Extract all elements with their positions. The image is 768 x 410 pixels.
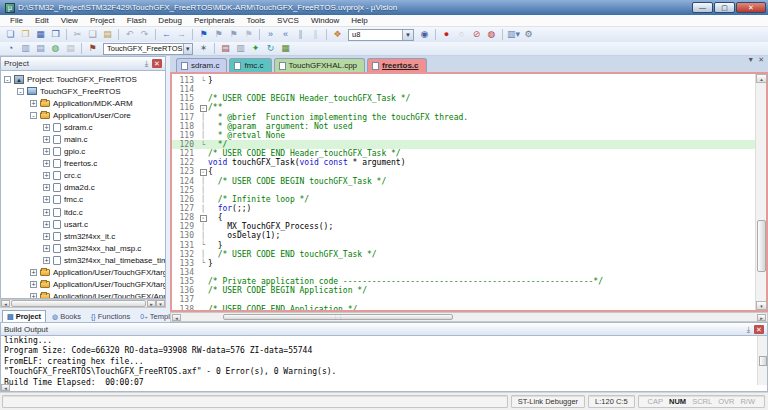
- doc-tab-freertos-c[interactable]: freertos.c: [367, 58, 426, 72]
- uncomment-icon[interactable]: ∥: [308, 28, 323, 41]
- code-line[interactable]: 126│ /* Infinite loop */: [172, 195, 766, 204]
- indent-icon[interactable]: »: [263, 28, 278, 41]
- code-line[interactable]: 131└ }: [172, 241, 766, 250]
- target-select-combo[interactable]: TouchGFX_FreeRTOS▼: [103, 43, 193, 55]
- maximize-button[interactable]: ▢: [714, 2, 735, 13]
- menu-svcs[interactable]: SVCS: [271, 15, 305, 26]
- code-line[interactable]: 114: [172, 85, 766, 94]
- tree-item[interactable]: -▲Project: TouchGFX_FreeRTOS: [1, 73, 165, 85]
- fold-collapse-icon[interactable]: -: [200, 215, 207, 222]
- expand-icon[interactable]: +: [43, 184, 50, 191]
- chevron-down-icon[interactable]: ▼: [183, 44, 192, 54]
- scroll-left-icon[interactable]: ◂: [1, 300, 10, 307]
- code-line[interactable]: 121/* USER CODE END Header_touchGFX_Task…: [172, 149, 766, 158]
- code-line[interactable]: 113└}: [172, 76, 766, 85]
- tree-item[interactable]: +freertos.c: [1, 158, 165, 170]
- logic-analyzer-icon[interactable]: ▤: [33, 42, 48, 55]
- menu-project[interactable]: Project: [84, 15, 121, 26]
- build-target-icon[interactable]: ▥: [233, 42, 248, 55]
- tree-item[interactable]: +stm32f4xx_it.c: [1, 230, 165, 242]
- tree-item[interactable]: +crc.c: [1, 170, 165, 182]
- code-line[interactable]: 133└}: [172, 259, 766, 268]
- chevron-down-icon[interactable]: ▼: [402, 30, 413, 40]
- redo-icon[interactable]: ↷: [137, 28, 152, 41]
- expand-icon[interactable]: +: [43, 124, 50, 131]
- code-line[interactable]: 120└ */: [172, 140, 766, 149]
- bookmark-prev-icon[interactable]: ⚑: [211, 28, 226, 41]
- scroll-thumb[interactable]: [759, 356, 767, 367]
- bookmark-next-icon[interactable]: ⚑: [226, 28, 241, 41]
- scroll-thumb[interactable]: ⋮⋮: [223, 314, 453, 320]
- menu-file[interactable]: File: [4, 15, 29, 26]
- find-in-files-icon[interactable]: ◉: [417, 28, 432, 41]
- help-tool-icon[interactable]: ⚙: [521, 28, 536, 41]
- code-line[interactable]: 135/* Private application code ---------…: [172, 277, 766, 286]
- tree-item[interactable]: -TouchGFX_FreeRTOS: [1, 85, 165, 97]
- tree-item[interactable]: -Application/User/Core: [1, 109, 165, 121]
- expand-icon[interactable]: +: [43, 245, 50, 252]
- comment-icon[interactable]: ∥: [293, 28, 308, 41]
- batch-build-icon[interactable]: ↻: [263, 42, 278, 55]
- code-editor[interactable]: 113└}114115/* USER CODE BEGIN Header_tou…: [170, 72, 768, 312]
- code-line[interactable]: 134: [172, 268, 766, 277]
- debug-session-icon[interactable]: ◔: [3, 42, 18, 55]
- open-file-icon[interactable]: ❐: [18, 28, 33, 41]
- doc-list-icon[interactable]: ▼: [747, 56, 754, 64]
- code-line[interactable]: 124│ /* USER CODE BEGIN touchGFX_Task */: [172, 177, 766, 186]
- expand-icon[interactable]: +: [30, 269, 37, 276]
- paste-icon[interactable]: ▤: [100, 28, 115, 41]
- expand-icon[interactable]: +: [43, 136, 50, 143]
- collapse-icon[interactable]: -: [30, 112, 37, 119]
- scroll-menu-icon[interactable]: ▾: [156, 300, 165, 307]
- menu-edit[interactable]: Edit: [29, 15, 55, 26]
- menu-tools[interactable]: Tools: [240, 15, 271, 26]
- tree-item[interactable]: +usart.c: [1, 218, 165, 230]
- expand-icon[interactable]: +: [43, 160, 50, 167]
- menu-help[interactable]: Help: [345, 15, 373, 26]
- save-all-icon[interactable]: ❒: [48, 28, 63, 41]
- menu-window[interactable]: Window: [305, 15, 345, 26]
- expand-icon[interactable]: +: [30, 100, 37, 107]
- scroll-left-icon[interactable]: ◂: [172, 314, 181, 321]
- code-line[interactable]: 128- {: [172, 213, 766, 222]
- doc-tab-touchgfxhal-cpp[interactable]: TouchGFXHAL.cpp: [274, 58, 365, 72]
- expand-icon[interactable]: +: [43, 221, 50, 228]
- search-combo[interactable]: u8▼: [348, 29, 414, 41]
- panel-tab-project[interactable]: ▤Project: [2, 310, 46, 322]
- scroll-thumb[interactable]: [757, 220, 766, 272]
- expand-icon[interactable]: +: [43, 257, 50, 264]
- code-line[interactable]: 123-{: [172, 167, 766, 176]
- menu-view[interactable]: View: [55, 15, 84, 26]
- breakpoint-insert-icon[interactable]: ●: [439, 28, 454, 41]
- close-button[interactable]: ✕: [736, 2, 766, 13]
- panel-close-icon[interactable]: ✕: [152, 59, 162, 68]
- fold-margin[interactable]: -: [198, 214, 208, 222]
- rebuild-all-icon[interactable]: ✦: [248, 42, 263, 55]
- menu-flash[interactable]: Flash: [121, 15, 153, 26]
- download-code-icon[interactable]: ▦: [278, 42, 293, 55]
- expand-icon[interactable]: +: [43, 209, 50, 216]
- fold-margin[interactable]: -: [198, 104, 208, 112]
- editor-hscrollbar[interactable]: ◂ ⋮⋮ ▸: [170, 312, 768, 322]
- code-line[interactable]: 130│ osDelay(1);: [172, 231, 766, 240]
- scroll-thumb[interactable]: [11, 300, 146, 307]
- print-icon[interactable]: ▤: [63, 42, 78, 55]
- code-line[interactable]: 125│: [172, 186, 766, 195]
- editor-vscrollbar[interactable]: ▴ ▾: [755, 74, 766, 310]
- tree-item[interactable]: +stm32f4xx_hal_timebase_tim.c: [1, 254, 165, 266]
- scroll-right-icon[interactable]: ▸: [147, 300, 156, 307]
- code-line[interactable]: 132│ /* USER CODE END touchGFX_Task */: [172, 250, 766, 259]
- options-for-target-icon[interactable]: ✶: [196, 42, 211, 55]
- configure-icon[interactable]: ❖: [330, 28, 345, 41]
- tree-item[interactable]: +ltdc.c: [1, 206, 165, 218]
- collapse-icon[interactable]: -: [17, 88, 24, 95]
- tree-item[interactable]: +Application/User/TouchGFX/App: [1, 291, 165, 299]
- navigate-back-icon[interactable]: ←: [159, 28, 174, 41]
- undo-icon[interactable]: ↶: [122, 28, 137, 41]
- code-line[interactable]: 118│ * @param argument: Not used: [172, 122, 766, 131]
- panel-tab-functions[interactable]: {}Functions: [87, 311, 134, 322]
- tree-item[interactable]: +gpio.c: [1, 146, 165, 158]
- save-icon[interactable]: ▦: [33, 28, 48, 41]
- code-line[interactable]: 115/* USER CODE BEGIN Header_touchGFX_Ta…: [172, 94, 766, 103]
- panel-tab-books[interactable]: ◍Books: [48, 311, 85, 322]
